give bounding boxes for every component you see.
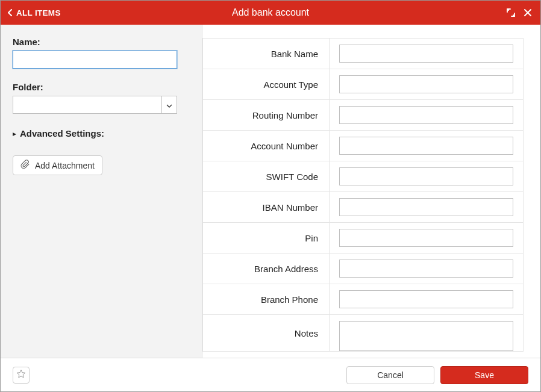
bank_name-input[interactable] <box>339 45 513 63</box>
swift_code-input[interactable] <box>339 167 513 185</box>
account_number-label: Account Number <box>203 131 330 161</box>
form-row-bank_name: Bank Name <box>203 39 523 69</box>
iban_number-label: IBAN Number <box>203 192 330 222</box>
expand-icon[interactable] <box>507 8 515 17</box>
form-row-iban_number: IBAN Number <box>203 192 523 223</box>
cancel-button[interactable]: Cancel <box>346 366 434 384</box>
chevron-down-icon <box>166 100 172 110</box>
branch_phone-cell <box>330 284 523 314</box>
form-row-branch_phone: Branch Phone <box>203 284 523 315</box>
notes-input[interactable] <box>339 321 513 351</box>
dialog-title: Add bank account <box>1 7 540 18</box>
breadcrumb-label: ALL ITEMS <box>16 8 61 17</box>
routing_number-label: Routing Number <box>203 100 330 130</box>
close-icon[interactable] <box>524 8 532 17</box>
name-input[interactable] <box>13 51 177 69</box>
chevron-left-icon <box>8 9 13 16</box>
folder-select[interactable] <box>13 96 177 114</box>
branch_address-input[interactable] <box>339 260 513 278</box>
routing_number-input[interactable] <box>339 106 513 124</box>
star-icon <box>16 369 26 381</box>
account_number-input[interactable] <box>339 137 513 155</box>
bank_name-label: Bank Name <box>203 39 330 69</box>
iban_number-input[interactable] <box>339 198 513 216</box>
swift_code-label: SWIFT Code <box>203 161 330 191</box>
form-row-swift_code: SWIFT Code <box>203 161 523 192</box>
form-row-account_number: Account Number <box>203 131 523 161</box>
notes-cell <box>330 315 523 351</box>
form-row-notes: Notes <box>203 315 523 352</box>
account_number-cell <box>330 131 523 161</box>
iban_number-cell <box>330 192 523 222</box>
branch_phone-label: Branch Phone <box>203 284 330 314</box>
form-table: Bank NameAccount TypeRouting NumberAccou… <box>202 38 524 352</box>
form-row-routing_number: Routing Number <box>203 100 523 131</box>
paperclip-icon <box>20 160 30 171</box>
form-row-branch_address: Branch Address <box>203 254 523 284</box>
form-row-account_type: Account Type <box>203 69 523 100</box>
account_type-label: Account Type <box>203 69 330 99</box>
add-attachment-label: Add Attachment <box>35 161 95 170</box>
branch_address-label: Branch Address <box>203 254 330 284</box>
save-button[interactable]: Save <box>440 366 528 384</box>
breadcrumb-back[interactable]: ALL ITEMS <box>1 8 61 17</box>
account_type-cell <box>330 69 523 99</box>
notes-label: Notes <box>203 315 330 351</box>
account_type-input[interactable] <box>339 75 513 93</box>
form-row-pin: Pin <box>203 223 523 254</box>
pin-input[interactable] <box>339 229 513 247</box>
add-attachment-button[interactable]: Add Attachment <box>13 155 102 175</box>
folder-label: Folder: <box>13 82 190 92</box>
dialog-add-bank-account: ALL ITEMS Add bank account Name: Folder: <box>0 0 541 392</box>
footer: Cancel Save <box>1 358 540 391</box>
left-panel: Name: Folder: ▸ Advanced Settings: <box>1 25 202 358</box>
form-panel[interactable]: Bank NameAccount TypeRouting NumberAccou… <box>202 25 540 358</box>
routing_number-cell <box>330 100 523 130</box>
favorite-toggle[interactable] <box>13 367 30 384</box>
folder-select-value[interactable] <box>13 96 161 114</box>
branch_address-cell <box>330 254 523 284</box>
folder-select-toggle[interactable] <box>161 96 177 114</box>
titlebar: ALL ITEMS Add bank account <box>1 1 540 25</box>
pin-label: Pin <box>203 223 330 253</box>
branch_phone-input[interactable] <box>339 290 513 308</box>
bank_name-cell <box>330 39 523 69</box>
pin-cell <box>330 223 523 253</box>
name-label: Name: <box>13 37 190 47</box>
swift_code-cell <box>330 161 523 191</box>
advanced-settings-label: Advanced Settings: <box>20 128 104 138</box>
caret-right-icon: ▸ <box>13 129 16 138</box>
advanced-settings-toggle[interactable]: ▸ Advanced Settings: <box>13 128 190 138</box>
